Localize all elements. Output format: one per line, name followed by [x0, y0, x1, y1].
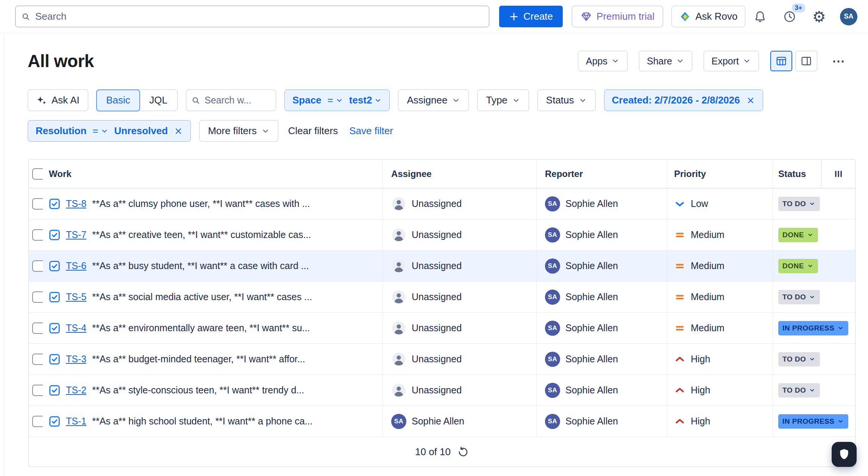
- work-item-summary[interactable]: **As a** creative teen, **I want** custo…: [92, 229, 311, 240]
- clear-filters-button[interactable]: Clear filters: [287, 125, 339, 137]
- rovo-chat-fab[interactable]: [832, 442, 857, 467]
- column-settings-button[interactable]: [821, 160, 855, 188]
- status-chip[interactable]: TO DO: [778, 197, 820, 211]
- save-filter-button[interactable]: Save filter: [348, 125, 395, 137]
- assignee-cell[interactable]: Unassigned: [383, 251, 537, 281]
- reporter-cell[interactable]: SA Sophie Allen: [537, 375, 667, 406]
- work-item-summary[interactable]: **As a** high school student, **I want**…: [92, 416, 312, 427]
- assignee-cell[interactable]: Unassigned: [383, 282, 537, 312]
- remove-resolution-filter-button[interactable]: [174, 127, 183, 136]
- row-checkbox[interactable]: [32, 260, 43, 272]
- table-row[interactable]: TS-1 **As a** high school student, **I w…: [29, 406, 855, 437]
- export-dropdown[interactable]: Export: [704, 51, 759, 71]
- work-item-key[interactable]: TS-1: [66, 416, 86, 427]
- priority-cell[interactable]: Medium: [667, 251, 773, 281]
- space-operator-dropdown[interactable]: =: [328, 94, 343, 106]
- mode-basic-button[interactable]: Basic: [96, 89, 140, 111]
- reporter-cell[interactable]: SA Sophie Allen: [537, 313, 667, 343]
- ask-rovo-button[interactable]: Ask Rovo: [671, 6, 745, 27]
- status-chip[interactable]: DONE: [778, 228, 818, 242]
- notifications-button[interactable]: [751, 8, 769, 25]
- assignee-cell[interactable]: Unassigned: [383, 313, 537, 343]
- row-checkbox[interactable]: [32, 416, 43, 427]
- priority-cell[interactable]: High: [667, 406, 773, 437]
- filter-search-input[interactable]: [205, 95, 270, 106]
- work-item-summary[interactable]: **As a** budget-minded teenager, **I wan…: [92, 354, 305, 365]
- assignee-cell[interactable]: Unassigned: [383, 344, 537, 374]
- status-chip[interactable]: TO DO: [778, 352, 820, 366]
- reporter-cell[interactable]: SA Sophie Allen: [537, 219, 667, 250]
- status-chip[interactable]: TO DO: [778, 383, 820, 398]
- filter-created-chip[interactable]: Created: 2/7/2026 - 2/8/2026: [604, 89, 763, 111]
- table-row[interactable]: TS-8 **As a** clumsy phone user, **I wan…: [29, 188, 855, 219]
- table-row[interactable]: TS-7 **As a** creative teen, **I want** …: [29, 219, 855, 251]
- type-filter-dropdown[interactable]: Type: [477, 89, 529, 111]
- work-item-summary[interactable]: **As a** social media active user, **I w…: [92, 291, 312, 302]
- filter-space-chip[interactable]: Space = test2: [284, 89, 390, 111]
- reporter-cell[interactable]: SA Sophie Allen: [537, 406, 667, 437]
- work-item-key[interactable]: TS-7: [66, 229, 86, 240]
- assignee-filter-dropdown[interactable]: Assignee: [398, 89, 469, 111]
- select-all-checkbox[interactable]: [32, 168, 43, 180]
- reporter-cell[interactable]: SA Sophie Allen: [537, 344, 667, 374]
- table-row[interactable]: TS-6 **As a** busy student, **I want** a…: [29, 251, 855, 282]
- premium-trial-button[interactable]: Premium trial: [572, 6, 663, 27]
- work-item-summary[interactable]: **As a** busy student, **I want** a case…: [92, 260, 309, 271]
- priority-cell[interactable]: Medium: [667, 282, 773, 312]
- work-item-summary[interactable]: **As a** environmentally aware teen, **I…: [92, 323, 310, 334]
- assignee-cell[interactable]: Unassigned: [383, 219, 537, 250]
- status-chip[interactable]: IN PROGRESS: [778, 321, 848, 335]
- settings-button[interactable]: ⚙: [810, 8, 828, 25]
- row-checkbox[interactable]: [32, 198, 43, 210]
- assignee-cell[interactable]: Unassigned: [383, 188, 537, 219]
- help-button[interactable]: 3+: [781, 8, 798, 25]
- more-filters-dropdown[interactable]: More filters: [199, 120, 278, 142]
- work-item-key[interactable]: TS-3: [66, 354, 86, 365]
- work-item-key[interactable]: TS-6: [66, 260, 86, 271]
- resolution-operator-dropdown[interactable]: =: [92, 125, 108, 137]
- reporter-cell[interactable]: SA Sophie Allen: [537, 251, 667, 281]
- refresh-button[interactable]: [457, 446, 469, 457]
- work-item-summary[interactable]: **As a** clumsy phone user, **I want** c…: [92, 198, 310, 209]
- row-checkbox[interactable]: [32, 291, 43, 303]
- filter-resolution-chip[interactable]: Resolution = Unresolved: [28, 120, 191, 142]
- global-search[interactable]: [15, 6, 489, 27]
- table-row[interactable]: TS-4 **As a** environmentally aware teen…: [29, 313, 855, 344]
- table-row[interactable]: TS-5 **As a** social media active user, …: [29, 282, 855, 313]
- row-checkbox[interactable]: [32, 385, 43, 396]
- status-chip[interactable]: DONE: [778, 259, 818, 273]
- priority-cell[interactable]: Medium: [667, 219, 773, 250]
- assignee-cell[interactable]: SA Sophie Allen: [383, 406, 537, 437]
- priority-cell[interactable]: Low: [667, 188, 773, 219]
- table-view-button[interactable]: [770, 51, 792, 71]
- work-item-key[interactable]: TS-2: [66, 385, 86, 396]
- reporter-cell[interactable]: SA Sophie Allen: [537, 282, 667, 312]
- reporter-cell[interactable]: SA Sophie Allen: [537, 188, 667, 219]
- work-item-key[interactable]: TS-8: [66, 198, 86, 209]
- share-dropdown[interactable]: Share: [639, 51, 692, 71]
- table-row[interactable]: TS-3 **As a** budget-minded teenager, **…: [29, 344, 855, 375]
- status-filter-dropdown[interactable]: Status: [537, 89, 596, 111]
- status-chip[interactable]: IN PROGRESS: [778, 414, 848, 429]
- assignee-cell[interactable]: Unassigned: [383, 375, 537, 406]
- row-checkbox[interactable]: [32, 229, 43, 241]
- detail-view-button[interactable]: [795, 51, 817, 71]
- apps-dropdown[interactable]: Apps: [578, 51, 628, 71]
- mode-jql-button[interactable]: JQL: [139, 90, 177, 111]
- ask-ai-button[interactable]: Ask AI: [28, 89, 88, 111]
- status-chip[interactable]: TO DO: [778, 290, 820, 304]
- more-options-button[interactable]: ⋯: [829, 51, 849, 71]
- work-item-key[interactable]: TS-4: [66, 323, 86, 334]
- remove-created-filter-button[interactable]: [746, 96, 755, 105]
- user-avatar[interactable]: SA: [840, 8, 857, 25]
- priority-cell[interactable]: High: [667, 344, 773, 374]
- row-checkbox[interactable]: [32, 354, 43, 365]
- work-item-key[interactable]: TS-5: [66, 291, 86, 302]
- priority-cell[interactable]: High: [667, 375, 773, 406]
- work-item-summary[interactable]: **As a** style-conscious teen, **I want*…: [92, 385, 304, 396]
- create-button[interactable]: Create: [499, 6, 563, 27]
- space-value-dropdown[interactable]: test2: [349, 94, 382, 106]
- priority-cell[interactable]: Medium: [667, 313, 773, 343]
- search-input[interactable]: [35, 11, 483, 22]
- row-checkbox[interactable]: [32, 323, 43, 334]
